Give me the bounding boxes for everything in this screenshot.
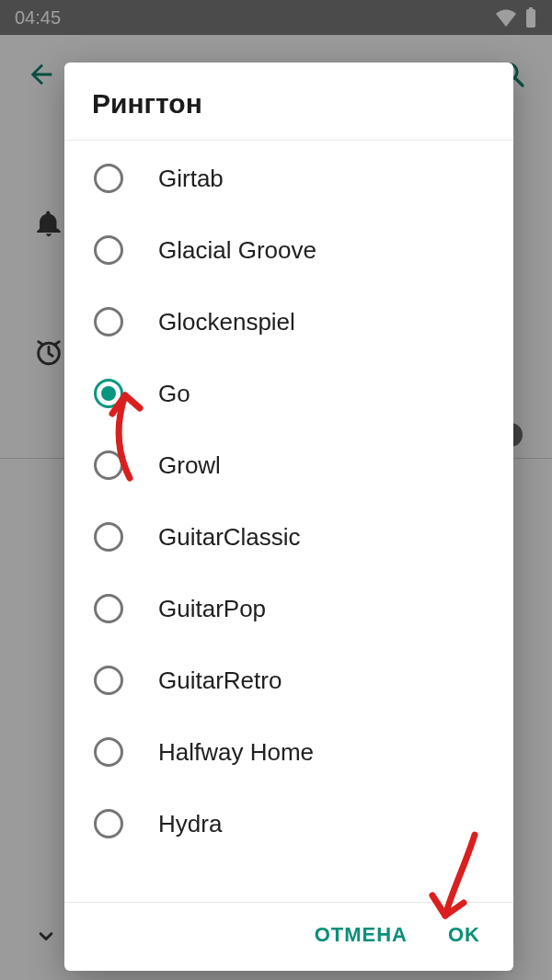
ringtone-label: GuitarClassic [158,523,301,552]
ringtone-label: GuitarPop [158,595,266,623]
radio-icon[interactable] [94,666,123,695]
ringtone-label: Growl [158,451,221,480]
ok-button[interactable]: OK [448,923,480,947]
ringtone-label: Glockenspiel [158,308,295,336]
radio-icon[interactable] [94,522,123,552]
ringtone-row[interactable]: Growl [64,429,513,501]
ringtone-label: Go [158,380,190,408]
ringtone-label: Girtab [158,165,224,193]
ringtone-label: Halfway Home [158,738,314,767]
ringtone-list[interactable]: GirtabGlacial GrooveGlockenspielGoGrowlG… [64,141,513,902]
ringtone-label: Hydra [158,810,222,838]
ringtone-row[interactable]: GuitarClassic [64,501,513,573]
ringtone-label: GuitarRetro [158,667,282,695]
dialog-title: Рингтон [64,63,513,141]
ringtone-dialog: Рингтон GirtabGlacial GrooveGlockenspiel… [64,63,513,971]
ringtone-row[interactable]: Glacial Groove [64,214,513,286]
ringtone-row[interactable]: GuitarPop [64,573,513,644]
radio-icon[interactable] [94,307,123,336]
radio-icon[interactable] [94,737,123,767]
ringtone-row[interactable]: Glockenspiel [64,286,513,358]
ringtone-row[interactable]: Hydra [64,788,513,860]
ringtone-row[interactable]: GuitarRetro [64,644,513,716]
ringtone-row[interactable]: Halfway Home [64,716,513,788]
ringtone-label: Glacial Groove [158,236,316,265]
dialog-actions: ОТМЕНА OK [64,902,513,971]
radio-icon[interactable] [94,379,123,408]
radio-icon[interactable] [94,809,123,838]
radio-icon[interactable] [94,235,123,265]
ringtone-row[interactable]: Go [64,358,513,429]
radio-icon[interactable] [94,594,123,623]
screen: 04:45 Звук будильник [0,0,552,980]
radio-icon[interactable] [94,450,123,480]
radio-icon[interactable] [94,164,123,193]
ringtone-row[interactable]: Girtab [64,142,513,214]
cancel-button[interactable]: ОТМЕНА [315,923,408,947]
